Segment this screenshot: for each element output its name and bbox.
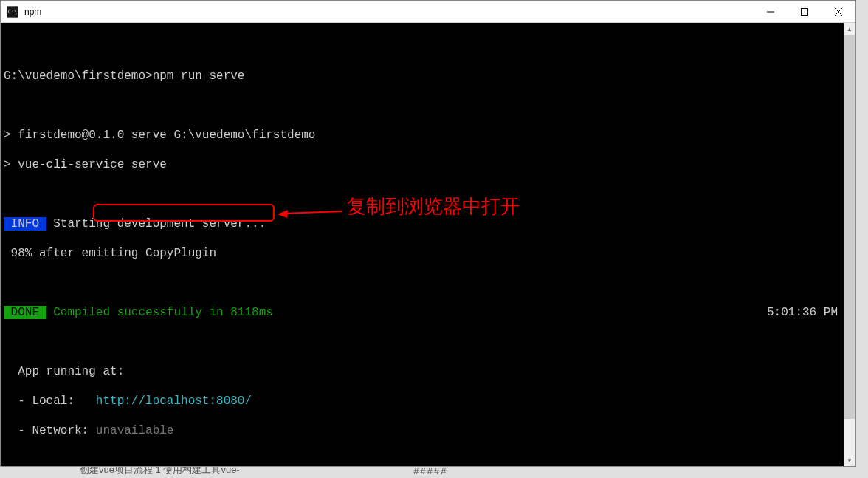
info-line: INFO Starting development server... <box>4 216 852 231</box>
running-at-line: App running at: <box>4 364 852 379</box>
window-controls <box>754 1 855 22</box>
compile-timestamp: 5:01:36 PM <box>767 305 838 320</box>
script-line: > firstdemo@0.1.0 serve G:\vuedemo\first… <box>4 128 852 143</box>
scroll-down-arrow-icon[interactable]: ▼ <box>844 454 855 466</box>
terminal-line <box>4 39 852 54</box>
minimize-button[interactable] <box>754 1 788 22</box>
maximize-icon <box>801 8 808 16</box>
npm-terminal-window: C:\ npm G:\vuedemo\firstdemo>npm run ser… <box>0 0 856 467</box>
terminal-line <box>4 187 852 202</box>
local-url[interactable]: http://localhost:8080/ <box>96 395 252 408</box>
terminal-line <box>4 453 852 466</box>
window-titlebar[interactable]: C:\ npm <box>1 1 855 23</box>
vertical-scrollbar[interactable]: ▲ ▼ <box>844 23 855 466</box>
terminal-line <box>4 276 852 290</box>
cmd-icon: C:\ <box>7 6 18 18</box>
done-line: DONE Compiled successfully in 8118ms5:01… <box>4 305 852 320</box>
minimize-icon <box>767 8 774 16</box>
terminal-output[interactable]: G:\vuedemo\firstdemo>npm run serve > fir… <box>1 23 855 466</box>
progress-line: 98% after emitting CopyPlugin <box>4 246 852 261</box>
local-url-line: - Local: http://localhost:8080/ <box>4 394 852 409</box>
svg-rect-1 <box>802 8 808 15</box>
background-text-2: ##### <box>413 465 447 477</box>
network-line: - Network: unavailable <box>4 423 852 438</box>
close-icon <box>835 8 842 16</box>
scrollbar-thumb[interactable] <box>844 35 855 419</box>
terminal-line <box>4 98 852 113</box>
maximize-button[interactable] <box>788 1 822 22</box>
prompt-line: G:\vuedemo\firstdemo>npm run serve <box>4 69 852 83</box>
scroll-up-arrow-icon[interactable]: ▲ <box>844 23 855 35</box>
script-line: > vue-cli-service serve <box>4 157 852 172</box>
window-title: npm <box>24 7 754 17</box>
close-button[interactable] <box>822 1 855 22</box>
terminal-line <box>4 335 852 349</box>
